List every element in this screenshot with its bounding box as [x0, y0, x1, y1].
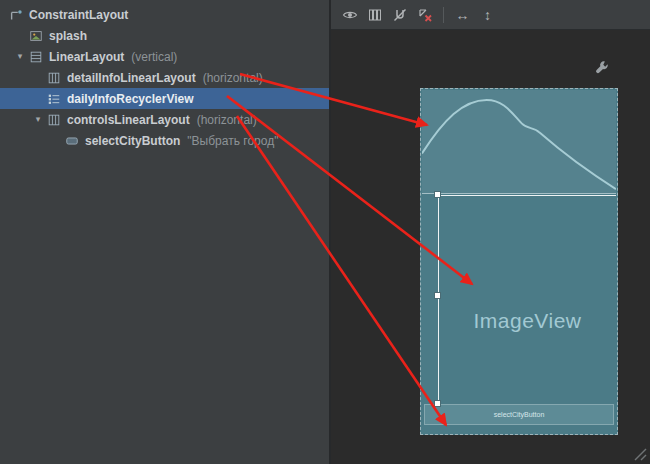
tree-row-linearlayout[interactable]: ▾ LinearLayout (vertical) [0, 46, 329, 67]
autoconnect-off-icon[interactable] [390, 5, 409, 24]
constraint-layout-icon [8, 7, 24, 23]
imageview-placeholder[interactable]: ImageView [438, 309, 617, 333]
tree-label: selectCityButton [85, 134, 180, 148]
tree-suffix: (vertical) [131, 50, 177, 64]
tree-label: controlsLinearLayout [67, 113, 190, 127]
tree-label: splash [49, 29, 87, 43]
tree-label: dailyInfoRecyclerView [67, 92, 194, 106]
tree-row-selectcitybutton[interactable]: selectCityButton "Выбрать город" [0, 130, 329, 151]
resize-handle-mid-left[interactable] [434, 292, 441, 299]
tree-row-splash[interactable]: splash [0, 25, 329, 46]
detail-info-area[interactable] [422, 90, 616, 194]
tree-suffix: (horizontal) [197, 113, 257, 127]
tree-label: ConstraintLayout [29, 8, 128, 22]
select-city-button-label: selectCityButton [494, 411, 545, 418]
eye-icon[interactable] [340, 5, 359, 24]
tree-label: detailInfoLinearLayout [67, 71, 196, 85]
chevron-down-icon[interactable]: ▾ [12, 46, 28, 67]
recyclerview-selection-outline[interactable] [438, 195, 616, 404]
expand-horizontal-icon[interactable]: ↔ [453, 5, 472, 24]
linearlayout-horizontal-icon [46, 112, 62, 128]
tree-suffix: "Выбрать город" [187, 134, 278, 148]
linearlayout-vertical-icon [28, 49, 44, 65]
select-city-button-preview[interactable]: selectCityButton [424, 404, 614, 425]
resize-handle-bottom-left[interactable] [434, 400, 441, 407]
tree-row-detailinfolinearlayout[interactable]: detailInfoLinearLayout (horizontal) [0, 67, 329, 88]
toolbar-separator [443, 7, 444, 23]
chevron-down-icon[interactable]: ▾ [30, 109, 46, 130]
layout-editor-window: ConstraintLayout splash ▾ LinearLayout (… [0, 0, 650, 464]
tree-label: LinearLayout [49, 50, 124, 64]
device-preview[interactable]: ImageView selectCityButton [420, 88, 618, 435]
imageview-icon [28, 28, 44, 44]
tree-row-controlslinearlayout[interactable]: ▾ controlsLinearLayout (horizontal) [0, 109, 329, 130]
weather-curve [422, 90, 616, 193]
button-icon [64, 133, 80, 149]
wrench-icon[interactable] [594, 60, 610, 76]
resize-handle-top-left[interactable] [434, 191, 441, 198]
component-tree-panel: ConstraintLayout splash ▾ LinearLayout (… [0, 0, 329, 464]
tree-row-constraintlayout[interactable]: ConstraintLayout [0, 4, 329, 25]
clear-constraints-icon[interactable] [415, 5, 434, 24]
tree-row-dailyinforecyclerview[interactable]: dailyInfoRecyclerView [0, 88, 329, 109]
column-guides-icon[interactable] [365, 5, 384, 24]
recyclerview-icon [46, 91, 62, 107]
expand-vertical-icon[interactable]: ↕ [478, 5, 497, 24]
design-toolbar: ↔ ↕ [331, 0, 650, 30]
tree-suffix: (horizontal) [203, 71, 263, 85]
linearlayout-horizontal-icon [46, 70, 62, 86]
resize-grip[interactable] [633, 447, 647, 461]
